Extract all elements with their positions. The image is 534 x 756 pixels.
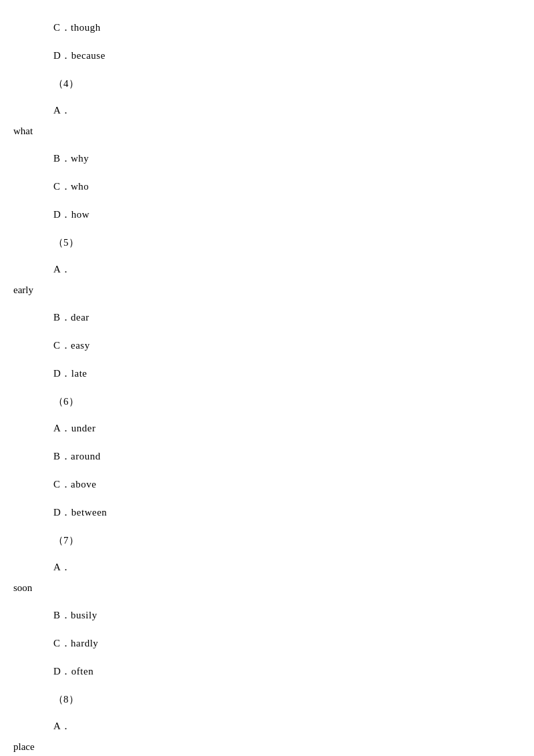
word-early: early xyxy=(7,285,33,296)
answer-8-word: place xyxy=(0,740,534,756)
option-c-who-text: C．who xyxy=(53,180,89,193)
option-c-hardly: C．hardly xyxy=(0,636,534,657)
option-c-easy: C．easy xyxy=(0,338,534,359)
word-place: place xyxy=(7,741,35,753)
answer-7-prefix: A． xyxy=(0,561,71,574)
option-c-above-text: C．above xyxy=(53,478,96,491)
option-b-busily-text: B．busily xyxy=(53,609,97,622)
answer-5-a: A． xyxy=(0,262,534,283)
answer-5-prefix: A． xyxy=(0,263,71,276)
answer-4-prefix: A． xyxy=(0,104,71,117)
answer-7-word: soon xyxy=(0,581,534,602)
option-d-between: D．between xyxy=(0,505,534,526)
question-5-num: （5） xyxy=(53,236,79,249)
option-d-late: D．late xyxy=(0,366,534,387)
word-what: what xyxy=(7,126,33,137)
option-a-under-text: A．under xyxy=(53,422,96,435)
option-d-often-text: D．often xyxy=(53,665,93,678)
option-a-under: A．under xyxy=(0,421,534,442)
answer-8-prefix: A． xyxy=(0,720,71,733)
option-d-how-text: D．how xyxy=(53,208,89,221)
page-content: C．though D．because （4） A． what B．why C．w… xyxy=(0,13,534,756)
option-b-why-text: B．why xyxy=(53,152,89,165)
question-6: （6） xyxy=(0,394,534,415)
option-d-because-text: D．because xyxy=(53,49,105,62)
question-5: （5） xyxy=(0,235,534,256)
option-c-though: C．though xyxy=(0,20,534,41)
question-7-num: （7） xyxy=(53,534,79,547)
option-b-around: B．around xyxy=(0,449,534,470)
question-4: （4） xyxy=(0,76,534,98)
option-d-between-text: D．between xyxy=(53,506,107,519)
option-c-who: C．who xyxy=(0,179,534,200)
option-c-easy-text: C．easy xyxy=(53,339,90,352)
option-d-how: D．how xyxy=(0,207,534,228)
word-soon: soon xyxy=(7,582,32,594)
question-8-num: （8） xyxy=(53,693,79,706)
option-b-dear: B．dear xyxy=(0,310,534,331)
option-c-hardly-text: C．hardly xyxy=(53,637,98,650)
option-d-late-text: D．late xyxy=(53,367,87,380)
answer-5-word: early xyxy=(0,283,534,305)
option-c-above: C．above xyxy=(0,477,534,498)
question-8: （8） xyxy=(0,692,534,713)
option-b-why: B．why xyxy=(0,151,534,172)
option-b-dear-text: B．dear xyxy=(53,311,89,324)
option-d-because: D．because xyxy=(0,48,534,69)
option-c-though-text: C．though xyxy=(53,21,101,34)
question-4-num: （4） xyxy=(53,77,79,90)
option-b-busily: B．busily xyxy=(0,608,534,629)
answer-7-a: A． xyxy=(0,560,534,581)
question-6-num: （6） xyxy=(53,395,79,408)
answer-4-word: what xyxy=(0,124,534,146)
answer-8-a: A． xyxy=(0,719,534,740)
answer-4-a: A． xyxy=(0,103,534,124)
option-d-often: D．often xyxy=(0,664,534,685)
question-7: （7） xyxy=(0,533,534,554)
option-b-around-text: B．around xyxy=(53,450,101,463)
